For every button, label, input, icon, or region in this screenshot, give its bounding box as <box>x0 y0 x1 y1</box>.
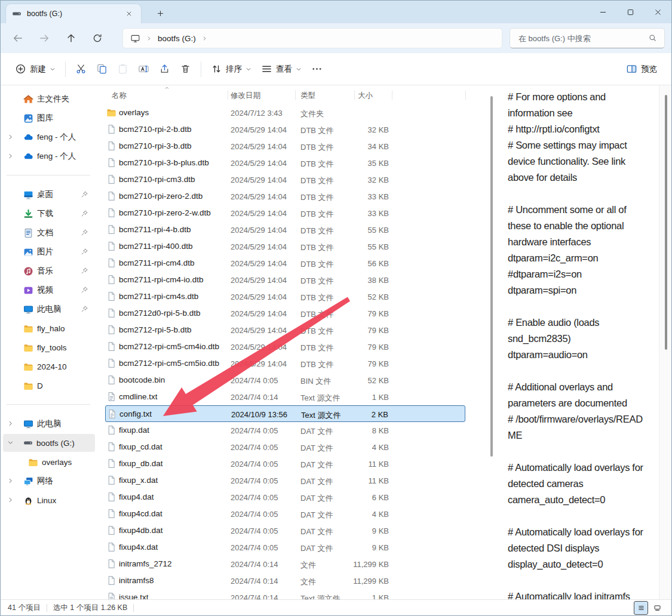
refresh-button[interactable] <box>88 29 106 47</box>
file-row[interactable]: fixup4x.dat2024/7/4 0:05DAT 文件9 KB <box>105 539 465 556</box>
file-row[interactable]: config.txt2024/10/9 13:56Text 源文件2 KB <box>105 405 465 422</box>
details-view-button[interactable] <box>634 601 648 615</box>
close-button[interactable] <box>644 1 671 23</box>
column-header-type[interactable]: 类型 <box>300 91 315 101</box>
sidebar-item-fly-halo[interactable]: fly_halo <box>3 319 95 337</box>
file-row[interactable]: bcm2712-rpi-cm5-cm4io.dtb2024/5/29 14:04… <box>105 338 465 355</box>
sidebar-item-downloads[interactable]: 下载 <box>3 205 95 223</box>
file-row[interactable]: bcm2710-rpi-3-b.dtb2024/5/29 14:04DTB 文件… <box>105 138 465 155</box>
file-row[interactable]: fixup.dat2024/7/4 0:05DAT 文件8 KB <box>105 422 465 439</box>
search-icon <box>648 33 657 42</box>
file-row[interactable]: bcm2711-rpi-cm4.dtb2024/5/29 14:04DTB 文件… <box>105 255 465 272</box>
sidebar-item-home[interactable]: 主文件夹 <box>3 90 95 108</box>
sidebar-item-desktop[interactable]: 桌面 <box>3 186 95 204</box>
view-button[interactable]: 查看 <box>256 59 306 79</box>
pin-icon <box>81 286 88 294</box>
file-name: bcm2711-rpi-4-b.dtb <box>119 225 191 234</box>
sidebar-item-label: 此电脑 <box>37 418 62 429</box>
sidebar-item-fly-tools[interactable]: fly_tools <box>3 338 95 356</box>
chevron-right-icon[interactable] <box>7 134 14 140</box>
share-button[interactable] <box>154 59 175 79</box>
file-row[interactable]: issue.txt2024/7/4 0:14Text 源文件1 KB <box>105 589 465 599</box>
file-row[interactable]: fixup4cd.dat2024/7/4 0:05DAT 文件4 KB <box>105 506 465 522</box>
titlebar: bootfs (G:) <box>1 1 671 23</box>
tab-close-button[interactable] <box>123 8 135 20</box>
new-tab-button[interactable] <box>152 6 168 20</box>
file-row[interactable]: cmdline.txt2024/7/4 0:14Text 源文件1 KB <box>105 389 465 405</box>
file-row[interactable]: bcm2710-rpi-zero-2.dtb2024/5/29 14:04DTB… <box>105 188 465 205</box>
scrollbar-thumb[interactable] <box>665 95 667 350</box>
file-type: DTB 文件 <box>300 259 334 270</box>
file-row[interactable]: bcm2710-rpi-2-b.dtb2024/5/29 14:04DTB 文件… <box>105 121 465 138</box>
cut-button[interactable] <box>70 59 91 79</box>
sidebar-item-documents[interactable]: 文档 <box>3 224 95 242</box>
maximize-button[interactable] <box>616 1 644 23</box>
new-button[interactable]: 新建 <box>10 59 60 79</box>
file-size: 9 KB <box>372 543 389 552</box>
file-row[interactable]: bcm2711-rpi-400.dtb2024/5/29 14:04DTB 文件… <box>105 238 465 255</box>
chevron-right-icon[interactable] <box>7 153 14 159</box>
copy-button[interactable] <box>91 59 112 79</box>
more-options-button[interactable] <box>306 59 327 79</box>
file-date: 2024/5/29 14:04 <box>231 359 287 368</box>
sidebar-item-pictures[interactable]: 图片 <box>3 243 95 261</box>
file-row[interactable]: bcm2710-rpi-3-b-plus.dtb2024/5/29 14:04D… <box>105 155 465 171</box>
column-header-date[interactable]: 修改日期 <box>231 91 260 101</box>
sidebar-item-d[interactable]: D <box>3 377 95 395</box>
delete-button[interactable] <box>175 59 196 79</box>
sidebar-item-bootfs-g[interactable]: bootfs (G:) <box>3 434 95 452</box>
back-button[interactable] <box>9 29 27 47</box>
chevron-right-icon[interactable] <box>7 497 14 503</box>
file-row[interactable]: bootcode.bin2024/7/4 0:05BIN 文件52 KB <box>105 372 465 389</box>
chevron-right-icon[interactable] <box>7 420 14 427</box>
file-row[interactable]: bcm2712-rpi-5-b.dtb2024/5/29 14:04DTB 文件… <box>105 322 465 338</box>
chevron-down-icon[interactable] <box>7 439 14 446</box>
file-row[interactable]: initramfs_27122024/7/4 0:14文件11,299 KB <box>105 556 465 572</box>
file-row[interactable]: bcm2710-rpi-zero-2-w.dtb2024/5/29 14:04D… <box>105 205 465 221</box>
column-header-name[interactable]: 名称 <box>112 91 127 101</box>
sidebar-item-linux[interactable]: Linux <box>3 491 95 509</box>
file-row[interactable]: fixup4.dat2024/7/4 0:05DAT 文件6 KB <box>105 489 465 506</box>
sidebar-item-label: bootfs (G:) <box>36 439 75 448</box>
file-row[interactable]: fixup4db.dat2024/7/4 0:05DAT 文件9 KB <box>105 522 465 539</box>
explorer-tab[interactable]: bootfs (G:) <box>5 4 142 23</box>
file-row[interactable]: bcm2712d0-rpi-5-b.dtb2024/5/29 14:04DTB … <box>105 305 465 322</box>
search-input[interactable] <box>510 28 665 48</box>
sidebar-item-network[interactable]: 网络 <box>3 472 95 490</box>
file-row[interactable]: bcm2711-rpi-cm4-io.dtb2024/5/29 14:04DTB… <box>105 272 465 288</box>
folder-icon <box>23 381 33 391</box>
sidebar-item-gallery[interactable]: 图库 <box>3 109 95 127</box>
sort-button[interactable]: 排序 <box>206 59 256 79</box>
sidebar-item-onedrive-personal-2[interactable]: feng - 个人 <box>3 147 95 165</box>
sidebar-item-music[interactable]: 音乐 <box>3 262 95 280</box>
column-header-size[interactable]: 大小 <box>358 91 373 101</box>
vertical-scrollbar[interactable] <box>659 85 671 599</box>
minimize-button[interactable] <box>589 1 616 23</box>
up-button[interactable] <box>62 29 80 47</box>
sidebar-item-this-pc[interactable]: 此电脑 <box>3 415 95 433</box>
sidebar-item-videos[interactable]: 视频 <box>3 281 95 299</box>
preview-toggle-button[interactable]: 预览 <box>621 59 662 79</box>
forward-button[interactable] <box>35 29 53 47</box>
sidebar-item-onedrive-personal-1[interactable]: feng - 个人 <box>3 128 95 146</box>
file-row[interactable]: bcm2711-rpi-4-b.dtb2024/5/29 14:04DTB 文件… <box>105 221 465 238</box>
file-row[interactable]: fixup_db.dat2024/7/4 0:05DAT 文件11 KB <box>105 455 465 472</box>
paste-button[interactable] <box>112 59 133 79</box>
file-row[interactable]: bcm2710-rpi-cm3.dtb2024/5/29 14:04DTB 文件… <box>105 171 465 188</box>
file-row[interactable]: fixup_cd.dat2024/7/4 0:05DAT 文件4 KB <box>105 439 465 455</box>
thumbnail-view-button[interactable] <box>650 601 664 615</box>
sidebar-item-this-pc-pinned[interactable]: 此电脑 <box>3 300 95 318</box>
sidebar-item-overlays[interactable]: overlays <box>3 453 95 471</box>
file-row[interactable]: fixup_x.dat2024/7/4 0:05DAT 文件11 KB <box>105 472 465 489</box>
file-row[interactable]: overlays2024/7/12 3:43文件夹 <box>105 104 465 121</box>
rename-button[interactable] <box>133 59 154 79</box>
breadcrumb-item-drive[interactable]: bootfs (G:) <box>158 34 196 43</box>
file-row[interactable]: bcm2712-rpi-cm5-cm5io.dtb2024/5/29 14:04… <box>105 355 465 372</box>
file-row[interactable]: initramfs82024/7/4 0:14文件11,299 KB <box>105 572 465 589</box>
breadcrumb[interactable]: bootfs (G:) <box>122 28 502 48</box>
file-list-scrollbar-thumb[interactable] <box>490 96 493 457</box>
chevron-right-icon[interactable] <box>7 478 14 484</box>
videos-icon <box>23 285 33 295</box>
file-row[interactable]: bcm2711-rpi-cm4s.dtb2024/5/29 14:04DTB 文… <box>105 288 465 305</box>
sidebar-item-2024-10[interactable]: 2024-10 <box>3 358 95 375</box>
